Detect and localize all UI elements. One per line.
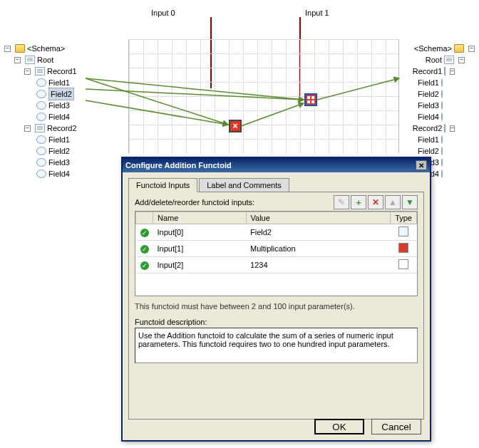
mapper-grid-canvas[interactable]: × <box>128 39 399 153</box>
field-node[interactable]: Field2 <box>418 145 439 157</box>
field-node[interactable]: Field3 <box>48 157 70 168</box>
root-node[interactable]: Root <box>37 54 53 66</box>
folder-icon <box>15 44 25 53</box>
field-node[interactable]: Field2 <box>418 88 439 100</box>
field-node[interactable]: Field2 <box>48 145 70 157</box>
field-icon <box>441 135 443 144</box>
record-icon <box>35 124 45 132</box>
expander-icon[interactable]: − <box>14 57 21 63</box>
field-node[interactable]: Field1 <box>418 134 439 145</box>
field-icon <box>36 135 46 144</box>
configure-functoid-dialog: Configure Addition Functoid ✕ Functoid I… <box>121 157 431 442</box>
record-icon <box>444 67 445 75</box>
cell-name: Input[0] <box>153 224 247 241</box>
expander-icon[interactable]: − <box>450 125 455 132</box>
col-name[interactable]: Name <box>153 212 247 224</box>
type-icon <box>398 259 408 269</box>
param-range-note: This functoid must have between 2 and 10… <box>135 302 418 311</box>
dialog-tabs: Functoid Inputs Label and Comments <box>128 178 424 192</box>
tab-panel: ✎ ＋ ✕ ▲ ▼ Add/delete/reorder functoid in… <box>128 192 424 420</box>
record-icon <box>444 124 445 132</box>
dialog-titlebar[interactable]: Configure Addition Functoid ✕ <box>123 158 430 172</box>
description-text: Use the Addition functoid to calculate t… <box>138 331 393 348</box>
field-icon <box>36 170 46 178</box>
cell-value: 1234 <box>246 257 391 274</box>
folder-icon <box>454 44 464 53</box>
record2-node[interactable]: Record2 <box>47 123 77 134</box>
field-icon <box>36 78 46 87</box>
field-icon <box>36 90 46 98</box>
expander-icon[interactable]: − <box>24 125 31 132</box>
field-node[interactable]: Field4 <box>48 111 70 123</box>
field-node[interactable]: Field4 <box>48 168 70 179</box>
multiplication-functoid[interactable]: × <box>229 120 242 132</box>
type-icon <box>398 243 408 253</box>
type-icon <box>398 226 408 236</box>
ok-button[interactable]: OK <box>314 419 364 434</box>
edit-input-button[interactable]: ✎ <box>334 195 349 209</box>
field-node[interactable]: Field1 <box>48 77 70 88</box>
move-down-button[interactable]: ▼ <box>402 195 418 209</box>
record2-node[interactable]: Record2 <box>413 123 443 134</box>
field-icon <box>36 113 46 121</box>
root-node[interactable]: Root <box>426 54 442 66</box>
field-node[interactable]: Field4 <box>418 111 439 123</box>
cell-name: Input[2] <box>153 257 247 274</box>
expander-icon[interactable]: − <box>450 68 455 75</box>
field-node[interactable]: Field1 <box>418 77 439 88</box>
table-row[interactable]: ✓ Input[1] Multiplication <box>136 241 417 257</box>
schema-node[interactable]: <Schema> <box>414 43 452 54</box>
field-node[interactable]: Field3 <box>418 100 439 111</box>
field-node[interactable]: Field1 <box>48 134 70 145</box>
check-icon: ✓ <box>140 229 149 237</box>
record-icon <box>444 56 454 64</box>
field-icon <box>441 170 443 178</box>
inputs-grid[interactable]: Name Value Type ✓ Input[0] Field2 ✓ Inpu… <box>135 211 418 296</box>
field-icon <box>441 158 443 167</box>
tab-functoid-inputs[interactable]: Functoid Inputs <box>128 178 197 192</box>
record1-node[interactable]: Record1 <box>47 66 77 77</box>
cancel-button[interactable]: Cancel <box>371 419 421 434</box>
cell-name: Input[1] <box>153 241 247 257</box>
inputs-toolbar: ✎ ＋ ✕ ▲ ▼ <box>334 195 418 209</box>
field-icon <box>36 147 46 155</box>
field-icon <box>441 147 443 155</box>
field-icon <box>441 90 443 98</box>
addition-functoid[interactable] <box>304 93 317 106</box>
cell-value: Multiplication <box>246 241 391 257</box>
description-label: Functoid description: <box>135 318 418 326</box>
description-box[interactable]: Use the Addition functoid to calculate t… <box>135 328 418 363</box>
cell-value: Field2 <box>246 224 391 241</box>
expander-icon[interactable]: − <box>4 46 11 52</box>
plus-icon <box>307 96 314 103</box>
add-input-button[interactable]: ＋ <box>351 195 366 209</box>
callout-input-1: Input 1 <box>305 9 329 17</box>
delete-input-button[interactable]: ✕ <box>368 195 383 209</box>
tab-label-comments[interactable]: Label and Comments <box>199 178 289 192</box>
table-row[interactable]: ✓ Input[2] 1234 <box>136 257 417 274</box>
field-icon <box>441 113 443 121</box>
check-icon: ✓ <box>140 245 149 254</box>
expander-icon[interactable]: − <box>468 46 475 52</box>
table-row[interactable]: ✓ Input[0] Field2 <box>136 224 417 241</box>
callout-input-0: Input 0 <box>151 9 175 17</box>
field-node-selected[interactable]: Field2 <box>48 88 74 100</box>
dialog-title: Configure Addition Functoid <box>125 161 232 170</box>
col-type[interactable]: Type <box>391 212 417 224</box>
source-schema-tree[interactable]: −<Schema> −Root −Record1 Field1 Field2 F… <box>4 43 125 179</box>
record1-node[interactable]: Record1 <box>413 66 443 77</box>
expander-icon[interactable]: − <box>24 68 31 75</box>
record-icon <box>35 67 45 75</box>
col-value[interactable]: Value <box>246 212 391 224</box>
field-icon <box>36 101 46 110</box>
field-icon <box>36 158 46 167</box>
record-icon <box>25 56 35 64</box>
expander-icon[interactable]: − <box>458 57 465 63</box>
check-icon: ✓ <box>140 261 149 270</box>
move-up-button[interactable]: ▲ <box>385 195 401 209</box>
schema-node[interactable]: <Schema> <box>27 43 65 54</box>
field-node[interactable]: Field3 <box>48 100 70 111</box>
field-icon <box>441 78 443 87</box>
close-button[interactable]: ✕ <box>416 160 427 170</box>
field-icon <box>441 101 443 110</box>
